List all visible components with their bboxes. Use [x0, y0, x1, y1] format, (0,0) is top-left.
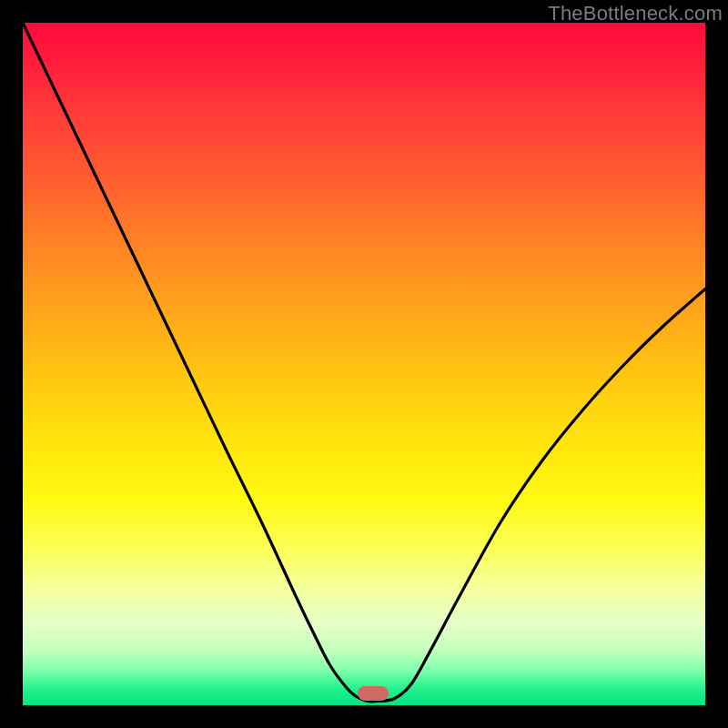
bottleneck-curve — [23, 23, 705, 705]
gradient-plot-area — [23, 23, 705, 705]
chart-frame: TheBottleneck.com — [0, 0, 728, 728]
curve-path — [23, 23, 705, 702]
minimum-marker — [358, 686, 389, 701]
